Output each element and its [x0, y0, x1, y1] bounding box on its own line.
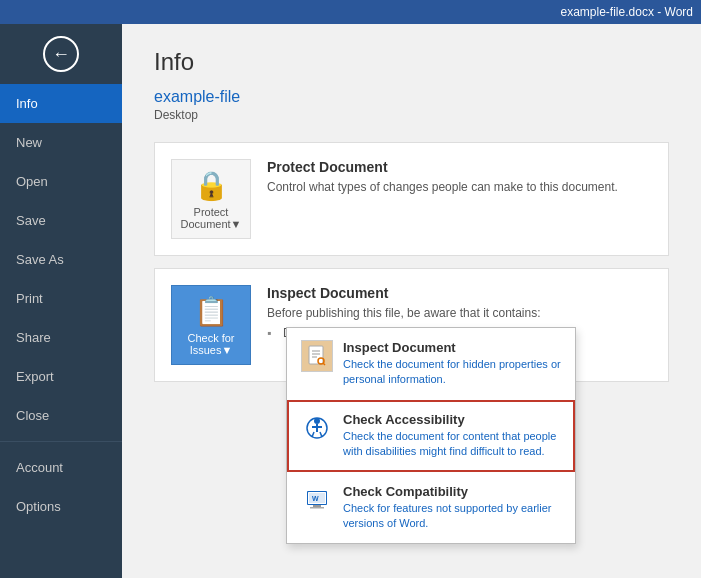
menu-item-accessibility[interactable]: Check Accessibility Check the document f…: [287, 400, 575, 472]
inspect-icon: 📋: [194, 295, 229, 328]
menu-item-inspect[interactable]: Inspect Document Check the document for …: [287, 328, 575, 400]
title-bar-text: example-file.docx - Word: [561, 5, 694, 19]
inspect-document-desc: Before publishing this file, be aware th…: [267, 305, 652, 322]
main-layout: ← Info New Open Save Save As Print Share…: [0, 24, 701, 578]
sidebar-item-share[interactable]: Share: [0, 318, 122, 357]
accessibility-icon: [301, 412, 333, 444]
file-location: Desktop: [154, 108, 669, 122]
compatibility-desc: Check for features not supported by earl…: [343, 501, 561, 532]
sidebar-item-new[interactable]: New: [0, 123, 122, 162]
sidebar-item-info[interactable]: Info: [0, 84, 122, 123]
inspect-doc-title: Inspect Document: [343, 340, 561, 355]
sidebar-item-close[interactable]: Close: [0, 396, 122, 435]
svg-line-5: [323, 363, 325, 365]
accessibility-desc: Check the document for content that peop…: [343, 429, 561, 460]
check-for-issues-button[interactable]: 📋 Check for Issues▼: [171, 285, 251, 365]
protect-document-card: 🔒 Protect Document▼ Protect Document Con…: [154, 142, 669, 256]
sidebar-divider: [0, 441, 122, 442]
inspect-document-title: Inspect Document: [267, 285, 652, 301]
sidebar-item-save[interactable]: Save: [0, 201, 122, 240]
inspect-doc-icon: [301, 340, 333, 372]
sidebar-item-account[interactable]: Account: [0, 448, 122, 487]
compatibility-title: Check Compatibility: [343, 484, 561, 499]
inspect-doc-desc: Check the document for hidden properties…: [343, 357, 561, 388]
back-button[interactable]: ←: [0, 24, 122, 84]
content-area: Info example-file Desktop 🔒 Protect Docu…: [122, 24, 701, 578]
sidebar: ← Info New Open Save Save As Print Share…: [0, 24, 122, 578]
protect-document-button[interactable]: 🔒 Protect Document▼: [171, 159, 251, 239]
protect-document-title: Protect Document: [267, 159, 652, 175]
lock-icon: 🔒: [194, 169, 229, 202]
svg-text:W: W: [312, 495, 319, 502]
sidebar-item-open[interactable]: Open: [0, 162, 122, 201]
check-issues-dropdown: Inspect Document Check the document for …: [286, 327, 576, 544]
svg-rect-16: [313, 505, 321, 507]
menu-item-compatibility[interactable]: W Check Compatibility Check for features…: [287, 472, 575, 544]
file-name: example-file: [154, 88, 669, 106]
sidebar-item-export[interactable]: Export: [0, 357, 122, 396]
svg-line-10: [312, 432, 314, 437]
compatibility-icon: W: [301, 484, 333, 516]
protect-document-desc: Control what types of changes people can…: [267, 179, 652, 196]
back-icon: ←: [43, 36, 79, 72]
title-bar: example-file.docx - Word: [0, 0, 701, 24]
sidebar-item-print[interactable]: Print: [0, 279, 122, 318]
svg-rect-0: [309, 346, 323, 364]
sidebar-item-options[interactable]: Options: [0, 487, 122, 526]
page-title: Info: [154, 48, 669, 76]
svg-line-11: [320, 432, 322, 437]
sidebar-item-save-as[interactable]: Save As: [0, 240, 122, 279]
accessibility-title: Check Accessibility: [343, 412, 561, 427]
svg-rect-17: [310, 507, 324, 509]
